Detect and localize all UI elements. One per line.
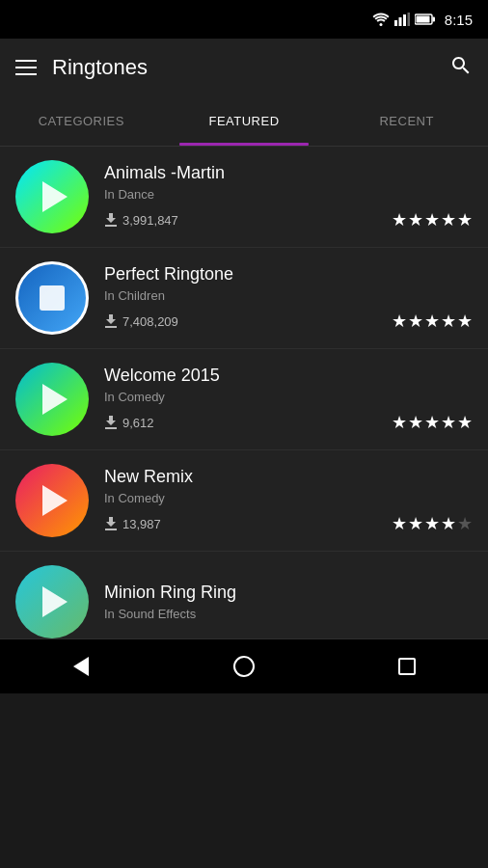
svg-rect-11 <box>105 529 117 530</box>
song-title: Perfect Ringtone <box>104 264 473 285</box>
app-title: Ringtones <box>52 55 148 80</box>
download-icon <box>104 415 118 430</box>
download-icon <box>104 516 118 531</box>
download-count: 7,408,209 <box>104 313 178 329</box>
song-info: Animals -Martin In Dance 3,991,847 ★ ★ ★… <box>104 163 473 231</box>
home-circle-icon <box>233 656 255 677</box>
menu-line-1 <box>15 60 37 62</box>
song-category: In Comedy <box>104 491 473 505</box>
star-rating: ★ ★ ★ ★ ★ <box>392 311 473 332</box>
download-number: 9,612 <box>122 416 154 430</box>
wifi-icon <box>372 13 390 26</box>
tab-recent[interactable]: RECENT <box>325 96 488 146</box>
status-bar: 8:15 <box>0 0 488 39</box>
list-item[interactable]: Minion Ring Ring In Sound Effects <box>0 552 488 639</box>
tab-bar: CATEGORIES FEATURED RECENT <box>0 96 488 147</box>
star-rating: ★ ★ ★ ★ ★ <box>392 412 473 433</box>
svg-rect-8 <box>105 225 117 227</box>
tab-categories[interactable]: CATEGORIES <box>0 96 163 146</box>
song-info: Perfect Ringtone In Children 7,408,209 ★… <box>104 264 473 332</box>
svg-rect-10 <box>105 427 117 429</box>
download-count: 9,612 <box>104 415 154 430</box>
play-icon <box>42 181 68 212</box>
recents-button[interactable] <box>378 647 436 686</box>
svg-rect-2 <box>398 17 401 26</box>
back-button[interactable] <box>52 647 110 686</box>
download-count: 13,987 <box>104 516 161 531</box>
tab-featured[interactable]: FEATURED <box>163 96 326 146</box>
song-thumbnail <box>15 160 89 233</box>
battery-icon <box>415 14 436 25</box>
tab-recent-label: RECENT <box>379 114 433 128</box>
download-count: 3,991,847 <box>104 212 178 228</box>
song-thumbnail <box>15 363 89 436</box>
tab-featured-label: FEATURED <box>208 114 279 128</box>
song-title: New Remix <box>104 467 473 487</box>
song-thumbnail <box>15 565 89 638</box>
bottom-navigation <box>0 639 488 693</box>
tab-categories-label: CATEGORIES <box>39 114 124 128</box>
song-title: Welcome 2015 <box>104 366 473 386</box>
song-meta: 3,991,847 ★ ★ ★ ★ ★ <box>104 209 473 231</box>
menu-button[interactable] <box>15 60 37 75</box>
list-item[interactable]: New Remix In Comedy 13,987 ★ ★ ★ ★ ★ <box>0 450 488 552</box>
song-category: In Comedy <box>104 390 473 404</box>
svg-point-0 <box>379 23 382 26</box>
download-number: 3,991,847 <box>122 213 178 228</box>
home-button[interactable] <box>215 647 273 686</box>
song-info: Minion Ring Ring In Sound Effects <box>104 583 473 621</box>
svg-rect-4 <box>407 13 410 26</box>
list-item[interactable]: Animals -Martin In Dance 3,991,847 ★ ★ ★… <box>0 147 488 248</box>
download-number: 7,408,209 <box>122 314 178 329</box>
song-title: Minion Ring Ring <box>104 583 473 603</box>
menu-line-2 <box>15 67 37 68</box>
song-title: Animals -Martin <box>104 163 473 183</box>
song-thumbnail <box>15 261 89 335</box>
header-left: Ringtones <box>15 55 148 80</box>
svg-rect-3 <box>403 14 406 26</box>
star-rating: ★ ★ ★ ★ ★ <box>392 513 473 534</box>
song-category: In Sound Effects <box>104 607 473 621</box>
star-rating: ★ ★ ★ ★ ★ <box>392 209 473 231</box>
song-category: In Children <box>104 288 473 303</box>
svg-rect-9 <box>105 326 117 328</box>
recents-square-icon <box>398 658 416 675</box>
search-button[interactable] <box>449 54 473 81</box>
app-header: Ringtones <box>0 39 488 96</box>
song-list: Animals -Martin In Dance 3,991,847 ★ ★ ★… <box>0 147 488 639</box>
svg-rect-1 <box>394 20 397 26</box>
play-icon <box>42 384 68 415</box>
song-category: In Dance <box>104 187 473 202</box>
song-meta: 13,987 ★ ★ ★ ★ ★ <box>104 513 473 534</box>
svg-rect-6 <box>416 16 429 23</box>
song-info: Welcome 2015 In Comedy 9,612 ★ ★ ★ ★ ★ <box>104 366 473 433</box>
download-icon <box>104 212 118 228</box>
stop-icon <box>40 285 65 311</box>
play-icon <box>42 485 68 516</box>
download-icon <box>104 313 118 329</box>
song-thumbnail <box>15 464 89 537</box>
list-item[interactable]: Welcome 2015 In Comedy 9,612 ★ ★ ★ ★ ★ <box>0 349 488 450</box>
status-time: 8:15 <box>445 12 473 28</box>
song-info: New Remix In Comedy 13,987 ★ ★ ★ ★ ★ <box>104 467 473 534</box>
list-item[interactable]: Perfect Ringtone In Children 7,408,209 ★… <box>0 248 488 349</box>
download-number: 13,987 <box>122 517 161 531</box>
song-meta: 9,612 ★ ★ ★ ★ ★ <box>104 412 473 433</box>
play-icon <box>42 586 68 617</box>
back-arrow-icon <box>73 657 89 676</box>
signal-icon <box>394 13 410 26</box>
song-meta: 7,408,209 ★ ★ ★ ★ ★ <box>104 311 473 332</box>
menu-line-3 <box>15 73 37 75</box>
svg-rect-7 <box>432 17 435 22</box>
status-icons: 8:15 <box>372 12 473 28</box>
